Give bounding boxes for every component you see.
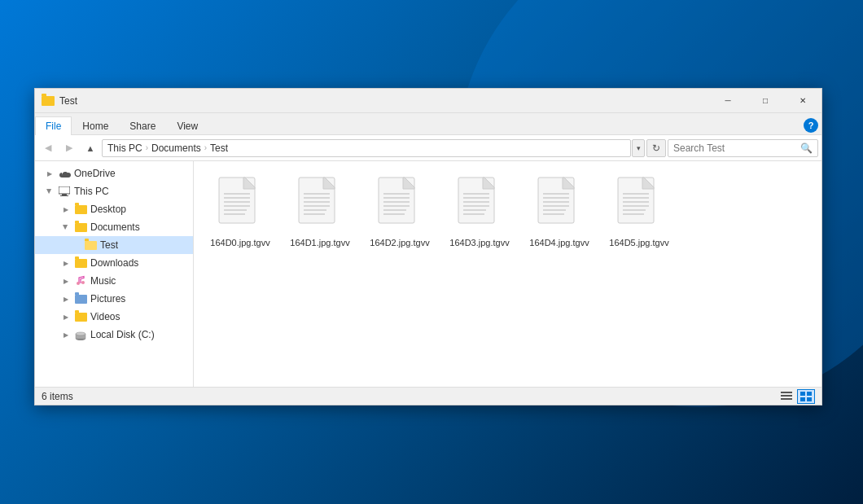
videos-icon — [74, 310, 87, 323]
svg-rect-2 — [60, 195, 68, 196]
window-icon — [42, 94, 55, 107]
breadcrumb-test[interactable]: Test — [210, 142, 228, 154]
music-icon — [74, 274, 87, 287]
nav-item-music[interactable]: ▶ Music — [35, 272, 193, 290]
address-bar: ◀ ▶ ▲ This PC › Documents › Test ▾ ↻ 🔍 — [35, 135, 821, 161]
file-item-5[interactable]: 164D5.jpg.tgvv — [602, 171, 676, 251]
pictures-icon — [74, 292, 87, 305]
details-view-button[interactable] — [778, 389, 795, 404]
address-box[interactable]: This PC › Documents › Test — [102, 139, 631, 157]
nav-item-test[interactable]: Test — [35, 236, 193, 254]
file-item-1[interactable]: 164D1.jpg.tgvv — [283, 171, 357, 251]
file-item-2[interactable]: 164D2.jpg.tgvv — [363, 171, 436, 251]
file-label-0: 164D0.jpg.tgvv — [210, 238, 269, 248]
nav-label-test: Test — [100, 239, 118, 251]
file-icon-0 — [214, 176, 266, 234]
svg-rect-57 — [781, 398, 792, 400]
file-label-4: 164D4.jpg.tgvv — [529, 238, 589, 248]
file-label-1: 164D1.jpg.tgvv — [290, 238, 349, 248]
file-icon-2 — [374, 176, 426, 234]
search-input[interactable] — [673, 142, 797, 154]
expand-arrow-onedrive: ▶ — [45, 169, 55, 178]
nav-label-videos: Videos — [90, 311, 120, 322]
documents-icon — [74, 221, 87, 234]
desktop-icon — [74, 203, 87, 216]
up-button[interactable]: ▲ — [81, 138, 100, 158]
file-icon-4 — [533, 176, 585, 234]
nav-label-music: Music — [90, 275, 116, 287]
onedrive-icon — [58, 167, 71, 180]
disk-icon — [74, 328, 87, 341]
nav-label-disk: Local Disk (C:) — [90, 329, 155, 340]
file-item-3[interactable]: 164D3.jpg.tgvv — [443, 171, 516, 251]
svg-rect-1 — [62, 194, 67, 195]
svg-rect-59 — [807, 392, 812, 396]
nav-item-desktop[interactable]: ▶ Desktop — [35, 200, 193, 218]
ribbon: File Home Share View ? — [35, 113, 821, 135]
nav-item-videos[interactable]: ▶ Videos — [35, 308, 193, 326]
file-icon-1 — [294, 176, 346, 234]
svg-rect-60 — [800, 397, 805, 401]
expand-arrow-pictures: ▶ — [61, 294, 71, 304]
nav-pane: ▶ OneDrive ▶ This PC ▶ Desktop — [35, 161, 194, 387]
refresh-button[interactable]: ↻ — [646, 139, 666, 157]
nav-label-onedrive: OneDrive — [74, 168, 116, 179]
svg-rect-55 — [781, 392, 792, 393]
forward-button[interactable]: ▶ — [59, 138, 79, 158]
explorer-window: Test ─ □ ✕ File Home Share View ? ◀ ▶ ▲ … — [34, 88, 822, 405]
expand-arrow-desktop: ▶ — [61, 204, 71, 214]
svg-rect-0 — [59, 186, 70, 194]
nav-item-thispc[interactable]: ▶ This PC — [35, 182, 193, 200]
tab-home[interactable]: Home — [72, 116, 119, 135]
svg-point-6 — [76, 332, 85, 335]
tab-view[interactable]: View — [166, 116, 208, 135]
test-folder-icon — [84, 239, 97, 252]
nav-label-downloads: Downloads — [90, 257, 138, 269]
minimize-button[interactable]: ─ — [709, 89, 747, 112]
address-dropdown-button[interactable]: ▾ — [632, 139, 645, 157]
nav-item-downloads[interactable]: ▶ Downloads — [35, 254, 193, 272]
nav-item-documents[interactable]: ▶ Documents — [35, 218, 193, 236]
expand-arrow-downloads: ▶ — [61, 258, 71, 268]
this-pc-icon — [58, 185, 71, 198]
title-bar: Test ─ □ ✕ — [35, 89, 821, 113]
title-controls: ─ □ ✕ — [709, 89, 821, 112]
back-button[interactable]: ◀ — [38, 138, 58, 158]
expand-arrow-disk: ▶ — [61, 330, 71, 340]
file-item-4[interactable]: 164D4.jpg.tgvv — [523, 171, 596, 251]
tab-share[interactable]: Share — [119, 116, 166, 135]
nav-label-pictures: Pictures — [90, 293, 125, 305]
close-button[interactable]: ✕ — [784, 89, 821, 112]
svg-point-3 — [77, 282, 80, 285]
nav-label-desktop: Desktop — [90, 204, 126, 215]
breadcrumb-this-pc[interactable]: This PC — [107, 142, 142, 154]
tab-file[interactable]: File — [35, 116, 72, 135]
file-item-0[interactable]: 164D0.jpg.tgvv — [204, 171, 277, 251]
file-area: 164D0.jpg.tgvv 164D1.jpg.tgvv — [194, 161, 821, 387]
file-icon-3 — [453, 176, 506, 234]
svg-point-4 — [81, 281, 85, 284]
expand-arrow-videos: ▶ — [61, 312, 71, 322]
expand-arrow-test — [71, 240, 81, 250]
nav-item-local-disk[interactable]: ▶ Local Disk (C:) — [35, 326, 193, 344]
nav-item-onedrive[interactable]: ▶ OneDrive — [35, 164, 193, 182]
expand-arrow-thispc: ▶ — [45, 186, 55, 196]
item-count: 6 items — [42, 391, 73, 402]
file-label-3: 164D3.jpg.tgvv — [449, 238, 509, 248]
nav-item-pictures[interactable]: ▶ Pictures — [35, 290, 193, 308]
breadcrumb-documents[interactable]: Documents — [151, 142, 201, 154]
maximize-button[interactable]: □ — [747, 89, 784, 112]
svg-rect-56 — [781, 395, 792, 397]
svg-rect-61 — [807, 397, 812, 401]
expand-arrow-music: ▶ — [61, 276, 71, 286]
file-label-5: 164D5.jpg.tgvv — [609, 238, 668, 248]
file-label-2: 164D2.jpg.tgvv — [370, 238, 429, 248]
window-title: Test — [59, 95, 709, 107]
nav-label-documents: Documents — [90, 221, 140, 233]
search-box[interactable]: 🔍 — [668, 139, 818, 157]
view-buttons — [778, 389, 815, 404]
expand-arrow-documents: ▶ — [61, 222, 71, 232]
status-bar: 6 items — [35, 387, 821, 405]
help-button[interactable]: ? — [804, 118, 818, 133]
large-icons-view-button[interactable] — [797, 389, 815, 404]
